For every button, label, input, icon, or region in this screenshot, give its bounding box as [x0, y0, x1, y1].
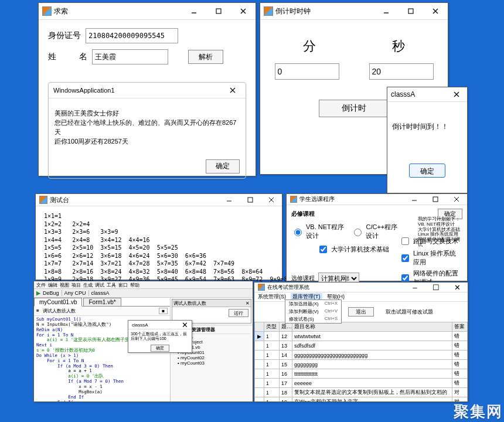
maximize-button[interactable] — [209, 5, 229, 18]
name-input[interactable] — [92, 49, 168, 64]
exam-tip: 双击试题可修改试题 — [386, 308, 433, 316]
explorer-item[interactable]: • myCount02 — [173, 355, 250, 360]
minute-input[interactable] — [275, 63, 339, 80]
ide-menu-item[interactable]: 工具 — [107, 282, 116, 288]
table-cell[interactable] — [255, 360, 264, 369]
ide-cpu[interactable]: Any CPU — [64, 290, 86, 296]
ide-toolbar[interactable]: ▶ DeBug Any CPU classsA — [34, 289, 253, 298]
minimize-button[interactable] — [184, 5, 204, 18]
minimize-button[interactable] — [376, 5, 396, 18]
table-cell: 对 — [452, 397, 468, 403]
ide-menu-item[interactable]: 窗口 — [118, 282, 128, 288]
exam-col-header[interactable]: 答案 — [452, 322, 468, 332]
exam-dropdown-menu[interactable]: 添加选择题(X)Ctrl+X添加判断题(V)Ctrl+V修改试卷(S)Ctrl+… — [285, 300, 342, 324]
exam-menu-item[interactable]: 系统管理(S) — [258, 293, 286, 301]
table-row[interactable]: 114ggggggggggggggggggggggggg错 — [255, 350, 468, 360]
ide-menu-item[interactable]: 项目 — [71, 282, 81, 288]
app-icon — [258, 284, 265, 291]
table-row[interactable]: 117eeeeee错 — [255, 379, 468, 388]
id-input[interactable] — [86, 28, 178, 43]
table-row[interactable]: 119在W~~文档中不能加入文字。对 — [255, 397, 468, 403]
close-button[interactable] — [233, 5, 253, 18]
exam-table-scroll[interactable]: 类型题目编号题目名称答案 ▶112wtwtwtwtwt错113sdfsdfsdf… — [254, 322, 468, 402]
table-cell[interactable] — [255, 397, 264, 403]
ide-dialog-text: 300个正数组成，连三连五，最后剩下人员编号100 — [128, 329, 192, 342]
exam-col-header[interactable]: 类型 — [264, 322, 280, 332]
maximize-button[interactable] — [242, 195, 258, 205]
ide-menu-bar[interactable]: 文件 编辑 视图 项目 生成 调试 工具 窗口 帮助 — [34, 281, 253, 289]
table-cell: 对 — [452, 388, 468, 397]
exam-table[interactable]: 类型题目编号题目名称答案 ▶112wtwtwtwtwt错113sdfsdfsdf… — [254, 322, 468, 402]
run-icon[interactable]: ▶ — [36, 290, 40, 296]
exam-col-header[interactable] — [255, 322, 264, 332]
minimize-button[interactable] — [221, 195, 237, 205]
msgbox-close-button[interactable] — [224, 85, 241, 96]
course-titlebar[interactable]: 学生选课程序 — [287, 194, 467, 205]
msgbox-ok-button[interactable]: 确定 — [206, 159, 240, 173]
table-cell[interactable] — [255, 369, 264, 379]
table-row[interactable]: 115gggggggg错 — [255, 360, 468, 369]
table-cell[interactable] — [255, 350, 264, 360]
table-cell[interactable] — [255, 379, 264, 388]
maximize-button[interactable] — [427, 194, 444, 205]
exam-title: 在线考试管理系统 — [267, 284, 309, 291]
ide-menu-item[interactable]: 编辑 — [48, 282, 57, 288]
msgbox-titlebar[interactable]: WindowsApplication1 — [49, 83, 246, 98]
table-row[interactable]: 113sdfsdfsdf错 — [255, 341, 468, 350]
countdown-start-button[interactable]: 倒计时 — [319, 100, 389, 117]
table-cell: 1 — [264, 341, 280, 350]
table-cell: 1 — [264, 388, 280, 397]
chk-linux[interactable]: Linux 操作系统应用 — [399, 249, 462, 267]
alert-ok-button[interactable]: 确定 — [409, 164, 445, 178]
exam-titlebar[interactable]: 在线考试管理系统 – ☐ ✕ — [254, 283, 468, 292]
table-row[interactable]: 118复制文本就是将选定的文本复制到剪贴板上，然后再粘贴到文档的对 — [255, 388, 468, 397]
ide-menu-item[interactable]: 生成 — [83, 282, 93, 288]
maximize-button[interactable]: ☐ — [428, 282, 444, 292]
parse-button[interactable]: 解析 — [188, 50, 223, 64]
minimize-button[interactable]: – — [407, 282, 423, 292]
form-run-button[interactable]: 运行 — [229, 309, 248, 317]
table-cell[interactable] — [255, 341, 264, 350]
table-cell[interactable]: ▶ — [255, 332, 264, 341]
exam-dropdown-item[interactable]: 添加判断题(V)Ctrl+V — [285, 308, 341, 315]
exam-dropdown-item[interactable]: 修改试卷(S)Ctrl+S — [285, 315, 341, 323]
table-row[interactable]: ▶112wtwtwtwtwt错 — [255, 332, 468, 341]
countdown-titlebar[interactable]: 倒计时时钟 — [260, 3, 448, 20]
exam-exit-button[interactable]: 退出 — [348, 307, 374, 316]
ide-tab-other[interactable]: Form1.vb* — [83, 298, 121, 307]
table-row[interactable]: 116tttttttttttttttt错 — [255, 369, 468, 379]
explorer-item[interactable]: • myCount03 — [173, 360, 250, 366]
svg-rect-17 — [433, 197, 438, 202]
maximize-button[interactable] — [401, 5, 421, 18]
ide-menu-item[interactable]: 调试 — [95, 282, 104, 288]
ide-config[interactable]: DeBug — [43, 290, 59, 296]
close-button[interactable] — [263, 195, 280, 205]
minimize-button[interactable] — [406, 194, 423, 205]
table-cell: tttttttttttttttt — [292, 369, 452, 379]
close-button[interactable] — [425, 5, 445, 18]
radio-vb[interactable]: VB. NET程序设计 — [291, 223, 344, 240]
ide-dialog-close-button[interactable]: ✕ — [180, 321, 189, 328]
exam-dropdown-item[interactable]: 添加选择题(X)Ctrl+X — [285, 300, 341, 308]
alert-titlebar[interactable]: classsA — [387, 87, 467, 102]
ide-menu-item[interactable]: 帮助 — [130, 282, 139, 288]
qiusuo-titlebar[interactable]: 求索 — [39, 3, 256, 20]
id-label: 身份证号 — [48, 30, 81, 41]
ide-menu-item[interactable]: 文件 — [36, 282, 46, 288]
radio-cc[interactable]: C/C++程序设计 — [351, 223, 399, 240]
second-input[interactable] — [369, 63, 434, 80]
testbench-titlebar[interactable]: 测试台 — [36, 194, 282, 206]
ide-dialog-title: classsA — [132, 322, 148, 328]
ide-tab-open[interactable]: myCount01.vb — [34, 298, 82, 307]
close-button[interactable] — [448, 194, 465, 205]
chk-cs-basics[interactable]: 大学计算机技术基础 — [317, 244, 399, 255]
close-icon[interactable]: ✕ — [246, 301, 250, 306]
table-cell: 16 — [280, 369, 292, 379]
minute-label: 分 — [303, 38, 316, 55]
ide-menu-item[interactable]: 视图 — [60, 282, 69, 288]
alert-close-button[interactable] — [448, 89, 465, 100]
ide-dialog-ok-button[interactable]: 确定 — [151, 345, 169, 352]
table-cell[interactable] — [255, 388, 264, 397]
ide-dialog-titlebar[interactable]: classsA ✕ — [128, 321, 192, 329]
close-button[interactable]: ✕ — [449, 282, 465, 292]
